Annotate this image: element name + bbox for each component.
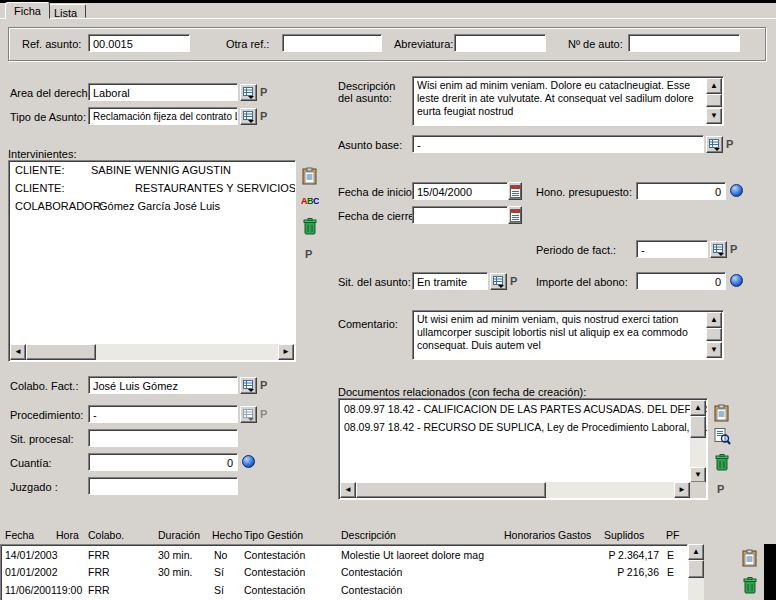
list-item[interactable]: CLIENTE: SABINE WENNIG AGUSTIN bbox=[13, 164, 291, 180]
asunto-base-p-button[interactable]: P bbox=[726, 138, 733, 150]
gestiones-table[interactable]: 14/01/2003 FRR 30 min. No Contestación M… bbox=[0, 544, 688, 600]
tipo-asunto-field[interactable]: Reclamación fijeza del contrato Lab bbox=[88, 107, 238, 125]
procedimiento-field[interactable]: - bbox=[88, 405, 238, 423]
documentos-vscrollbar[interactable]: ▲ ▼ bbox=[690, 400, 706, 483]
scroll-down-button[interactable]: ▼ bbox=[690, 467, 706, 483]
tipo-asunto-label: Tipo de Asunto: bbox=[10, 111, 86, 123]
comentario-vscrollbar[interactable]: ▲ ▼ bbox=[706, 312, 722, 358]
descripcion-vscrollbar[interactable]: ▲ ▼ bbox=[706, 78, 722, 124]
colabo-fact-field[interactable]: José Luis Gómez bbox=[88, 376, 238, 394]
scroll-thumb[interactable] bbox=[688, 560, 704, 578]
procedimiento-p-button[interactable]: P bbox=[260, 408, 267, 420]
column-header-pf[interactable]: PF bbox=[666, 529, 679, 541]
arrow-left-icon: ◄ bbox=[344, 486, 352, 494]
cuantia-field[interactable]: 0 bbox=[88, 453, 238, 471]
column-header-tipo-gestion[interactable]: Tipo Gestión bbox=[244, 529, 303, 541]
area-derecho-p-button[interactable]: P bbox=[260, 86, 267, 98]
scroll-thumb[interactable] bbox=[356, 482, 546, 498]
documentos-preview-button[interactable] bbox=[714, 428, 731, 447]
scroll-right-button[interactable]: ► bbox=[278, 344, 294, 360]
periodo-fact-p-button[interactable]: P bbox=[730, 243, 737, 255]
descripcion-textarea[interactable]: Wisi enim ad minim veniam. Dolore eu cat… bbox=[412, 76, 724, 126]
scroll-left-button[interactable]: ◄ bbox=[10, 344, 26, 360]
list-item[interactable]: 08.09.97 18.42 - RECURSO DE SUPLICA, Ley… bbox=[344, 421, 708, 436]
documentos-p-button[interactable]: P bbox=[717, 483, 724, 495]
documentos-hscrollbar[interactable]: ◄ ► bbox=[340, 482, 690, 498]
otra-ref-field[interactable] bbox=[282, 34, 382, 52]
tab-lista[interactable]: Lista bbox=[45, 4, 86, 18]
fecha-inicio-calendar-button[interactable] bbox=[508, 182, 522, 200]
list-item[interactable]: COLABORADOR: Gómez García José Luis bbox=[13, 200, 291, 216]
juzgado-field[interactable] bbox=[88, 477, 238, 495]
fecha-cierre-calendar-button[interactable] bbox=[508, 206, 522, 224]
scroll-thumb[interactable] bbox=[690, 416, 706, 438]
hono-presupuesto-amount-icon[interactable] bbox=[730, 184, 743, 197]
colabo-fact-p-button[interactable]: P bbox=[260, 379, 267, 391]
documentos-copy-button[interactable] bbox=[714, 404, 730, 424]
colabo-fact-lookup-button[interactable] bbox=[240, 377, 257, 394]
scroll-thumb[interactable] bbox=[706, 328, 722, 341]
documentos-listbox[interactable]: 08.09.97 18.42 - CALIFICACION DE LAS PAR… bbox=[338, 398, 708, 500]
scroll-thumb[interactable] bbox=[26, 344, 96, 360]
intervinientes-listbox[interactable]: CLIENTE: SABINE WENNIG AGUSTIN CLIENTE: … bbox=[8, 160, 296, 362]
importe-abono-amount-icon[interactable] bbox=[730, 274, 743, 287]
gestiones-vscrollbar[interactable]: ▲ bbox=[688, 544, 704, 600]
scroll-down-button[interactable]: ▼ bbox=[706, 108, 722, 124]
periodo-fact-field[interactable]: - bbox=[636, 240, 708, 258]
scroll-up-button[interactable]: ▲ bbox=[688, 544, 704, 560]
sit-asunto-lookup-button[interactable] bbox=[490, 273, 507, 290]
procedimiento-lookup-button[interactable] bbox=[240, 406, 257, 423]
scroll-down-button[interactable]: ▼ bbox=[706, 342, 722, 358]
list-item[interactable]: CLIENTE: RESTAURANTES Y SERVICIOS REY bbox=[13, 182, 291, 198]
periodo-fact-lookup-button[interactable] bbox=[710, 241, 727, 258]
scroll-right-button[interactable]: ► bbox=[674, 482, 690, 498]
scroll-up-button[interactable]: ▲ bbox=[690, 400, 706, 416]
cell-tipo: Contestación bbox=[244, 584, 305, 596]
cuantia-amount-icon[interactable] bbox=[242, 455, 255, 468]
intervinientes-hscrollbar[interactable]: ◄ ► bbox=[10, 344, 294, 360]
documentos-delete-button[interactable] bbox=[715, 454, 729, 473]
sit-procesal-field[interactable] bbox=[88, 429, 238, 447]
scroll-up-button[interactable]: ▲ bbox=[706, 78, 722, 94]
intervinientes-p-button[interactable]: P bbox=[305, 248, 312, 260]
fecha-cierre-field[interactable] bbox=[412, 206, 508, 224]
column-header-fecha[interactable]: Fecha bbox=[5, 529, 34, 541]
column-header-suplidos[interactable]: Suplidos bbox=[604, 529, 644, 541]
column-header-colabo[interactable]: Colabo. bbox=[88, 529, 124, 541]
tab-ficha[interactable]: Ficha bbox=[5, 2, 50, 19]
ref-asunto-field[interactable]: 00.0015 bbox=[88, 34, 190, 52]
num-auto-field[interactable] bbox=[628, 34, 740, 52]
gestiones-copy-button[interactable] bbox=[742, 549, 758, 569]
column-header-honorarios[interactable]: Honorarios bbox=[504, 529, 555, 541]
tipo-asunto-lookup-button[interactable] bbox=[240, 108, 257, 125]
tipo-asunto-p-button[interactable]: P bbox=[260, 110, 267, 122]
sit-asunto-p-button[interactable]: P bbox=[510, 275, 517, 287]
importe-abono-field[interactable]: 0 bbox=[636, 272, 726, 290]
sit-asunto-field[interactable]: En tramite bbox=[412, 272, 488, 290]
intervinientes-spellcheck-button[interactable]: ABC bbox=[301, 194, 319, 209]
column-header-hecho[interactable]: Hecho bbox=[212, 529, 242, 541]
column-header-hora[interactable]: Hora bbox=[56, 529, 79, 541]
asunto-base-lookup-button[interactable] bbox=[706, 136, 723, 153]
scroll-thumb[interactable] bbox=[706, 94, 722, 107]
importe-abono-label: Importe del abono: bbox=[536, 276, 628, 288]
cell-hecho: No bbox=[214, 549, 227, 561]
comentario-textarea[interactable]: Ut wisi enim ad minim veniam, quis nostr… bbox=[412, 310, 724, 360]
intervinientes-delete-button[interactable] bbox=[303, 218, 317, 237]
hono-presupuesto-field[interactable]: 0 bbox=[636, 182, 726, 200]
intervinientes-copy-button[interactable] bbox=[302, 167, 318, 187]
cell-descripcion: Molestie Ut laoreet dolore mag bbox=[341, 549, 484, 561]
gestiones-delete-button[interactable] bbox=[743, 577, 757, 596]
area-derecho-field[interactable]: Laboral bbox=[88, 83, 238, 101]
column-header-gastos[interactable]: Gastos bbox=[558, 529, 591, 541]
fecha-inicio-field[interactable]: 15/04/2000 bbox=[412, 182, 508, 200]
calendar-icon bbox=[510, 184, 521, 198]
list-item[interactable]: 08.09.97 18.42 - CALIFICACION DE LAS PAR… bbox=[344, 403, 708, 418]
scroll-up-button[interactable]: ▲ bbox=[706, 312, 722, 328]
asunto-base-field[interactable]: - bbox=[412, 135, 704, 153]
area-derecho-lookup-button[interactable] bbox=[240, 84, 257, 101]
column-header-duracion[interactable]: Duración bbox=[158, 529, 200, 541]
abreviatura-field[interactable] bbox=[454, 34, 546, 52]
column-header-descripcion[interactable]: Descripción bbox=[341, 529, 396, 541]
scroll-left-button[interactable]: ◄ bbox=[340, 482, 356, 498]
